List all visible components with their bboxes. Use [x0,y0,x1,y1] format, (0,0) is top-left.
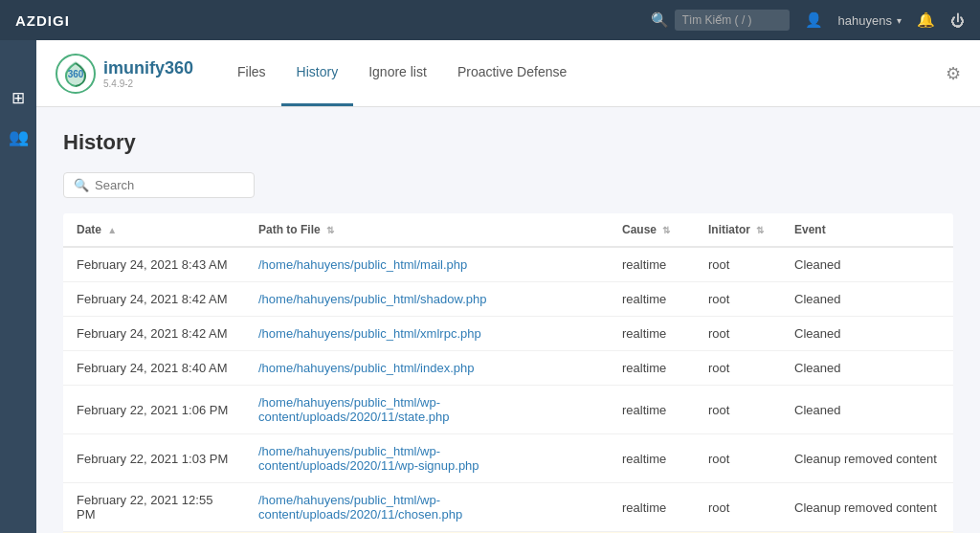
imunify-name: imunify360 [103,58,193,78]
table-row: February 22, 2021 12:55 PM/home/hahuyens… [63,483,953,532]
cell-date: February 24, 2021 8:43 AM [63,247,245,282]
cell-event: Cleaned [781,247,953,282]
search-icon: 🔍 [74,178,89,192]
topbar-search[interactable]: 🔍 [651,10,790,31]
file-path-link[interactable]: /home/hahuyens/public_html/xmlrpc.php [258,326,481,341]
cell-path: /home/hahuyens/public_html/wp-content/up… [245,483,609,532]
search-bar[interactable]: 🔍 [63,172,255,198]
file-path-link[interactable]: /home/hahuyens/public_html/shadow.php [258,292,487,306]
table-body: February 24, 2021 8:43 AM/home/hahuyens/… [63,247,953,533]
cell-initiator: root [695,351,781,386]
file-path-link[interactable]: /home/hahuyens/public_html/index.php [258,361,474,375]
cell-path: /home/hahuyens/public_html/shadow.php [245,282,609,317]
svg-text:360: 360 [68,69,84,79]
cell-path: /home/hahuyens/public_html/wp-content/up… [245,434,609,483]
history-search-input[interactable] [95,178,244,192]
cell-cause: realtime [609,282,695,317]
col-header-event: Event [781,213,953,247]
cell-initiator: root [695,483,781,532]
power-icon[interactable]: ⏻ [950,12,965,29]
tab-history[interactable]: History [281,40,354,106]
cell-initiator: root [695,386,781,434]
table-row: February 24, 2021 8:42 AM/home/hahuyens/… [63,317,953,351]
grid-icon[interactable]: ⊞ [11,88,25,108]
file-path-link[interactable]: /home/hahuyens/public_html/mail.php [258,257,467,272]
cell-date: February 22, 2021 12:55 PM [63,483,245,532]
cell-event: Cleaned [781,386,953,434]
cell-date: February 24, 2021 8:40 AM [63,351,245,386]
imunify-logo-svg: 360 [56,54,96,94]
imunify-logo: 360 imunify360 5.4.9-2 [56,54,193,94]
cell-cause: realtime [609,247,695,282]
cell-cause: realtime [609,434,695,483]
cell-initiator: root [695,434,781,483]
tab-proactive-defense[interactable]: Proactive Defense [442,40,582,106]
username: hahuyens [838,13,892,28]
imunify-logo-text: imunify360 5.4.9-2 [103,58,193,89]
imunify-header: 360 imunify360 5.4.9-2 Files History Ign… [36,40,980,107]
search-icon: 🔍 [651,11,669,29]
cell-path: /home/hahuyens/public_html/mail.php [245,247,609,282]
cell-initiator: root [695,317,781,351]
cell-date: February 22, 2021 1:06 PM [63,386,245,434]
cell-event: Cleaned [781,282,953,317]
cell-cause: realtime [609,483,695,532]
cell-cause: realtime [609,317,695,351]
col-header-initiator[interactable]: Initiator ⇅ [695,213,781,247]
settings-icon[interactable]: ⚙ [946,63,961,84]
cell-path: /home/hahuyens/public_html/wp-content/up… [245,386,609,434]
sort-path-icon: ⇅ [326,225,334,235]
topbar: AZDIGI 🔍 👤 hahuyens ▾ 🔔 ⏻ [0,0,980,40]
col-header-path[interactable]: Path to File ⇅ [245,213,609,247]
cell-cause: realtime [609,386,695,434]
page-body: History 🔍 Date ▲ Path to File ⇅ Cause [36,107,980,533]
chevron-down-icon: ▾ [897,15,902,26]
file-path-link[interactable]: /home/hahuyens/public_html/wp-content/up… [258,395,450,424]
table-row: February 22, 2021 1:06 PM/home/hahuyens/… [63,386,953,434]
sort-date-icon: ▲ [107,225,117,235]
main-content: 360 imunify360 5.4.9-2 Files History Ign… [36,40,980,533]
sidebar: ⊞ 👥 [0,40,36,533]
cell-path: /home/hahuyens/public_html/xmlrpc.php [245,317,609,351]
cell-event: Cleaned [781,317,953,351]
cell-date: February 22, 2021 1:03 PM [63,434,245,483]
table-row: February 24, 2021 8:42 AM/home/hahuyens/… [63,282,953,317]
cell-date: February 24, 2021 8:42 AM [63,282,245,317]
file-path-link[interactable]: /home/hahuyens/public_html/wp-content/up… [258,493,462,522]
col-header-cause[interactable]: Cause ⇅ [609,213,695,247]
cell-event: Cleaned [781,351,953,386]
cell-cause: realtime [609,351,695,386]
cell-date: February 24, 2021 8:42 AM [63,317,245,351]
table-row: February 24, 2021 8:43 AM/home/hahuyens/… [63,247,953,282]
col-header-date[interactable]: Date ▲ [63,213,245,247]
tab-ignore-list[interactable]: Ignore list [353,40,442,106]
topbar-right: 🔍 👤 hahuyens ▾ 🔔 ⏻ [651,10,965,31]
imunify-nav: Files History Ignore list Proactive Defe… [222,40,582,106]
cell-path: /home/hahuyens/public_html/index.php [245,351,609,386]
cell-event: Cleanup removed content [781,434,953,483]
cell-initiator: root [695,282,781,317]
cell-event: Cleanup removed content [781,483,953,532]
file-path-link[interactable]: /home/hahuyens/public_html/wp-content/up… [258,444,479,473]
history-table: Date ▲ Path to File ⇅ Cause ⇅ Initiator … [63,213,953,533]
user-menu[interactable]: hahuyens ▾ [838,13,902,28]
brand-logo: AZDIGI [15,12,70,29]
user-icon: 👤 [805,11,823,29]
tab-files[interactable]: Files [222,40,281,106]
sort-cause-icon: ⇅ [662,225,670,235]
users-icon[interactable]: 👥 [9,127,29,147]
table-row: February 24, 2021 8:40 AM/home/hahuyens/… [63,351,953,386]
search-input[interactable] [675,10,790,31]
sort-initiator-icon: ⇅ [756,225,764,235]
bell-icon[interactable]: 🔔 [917,11,935,29]
cell-initiator: root [695,247,781,282]
table-header-row: Date ▲ Path to File ⇅ Cause ⇅ Initiator … [63,213,953,247]
imunify-version: 5.4.9-2 [103,78,193,89]
page-title: History [63,130,953,155]
table-row: February 22, 2021 1:03 PM/home/hahuyens/… [63,434,953,483]
